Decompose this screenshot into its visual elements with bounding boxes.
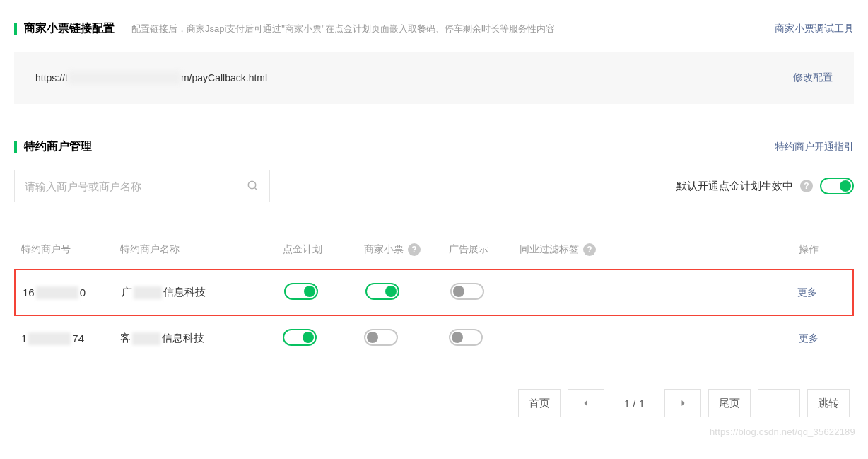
default-enable-switch[interactable]	[820, 178, 854, 194]
first-page-button[interactable]: 首页	[518, 389, 561, 417]
accent-bar	[14, 23, 17, 35]
ads-switch[interactable]	[449, 329, 483, 346]
th-merchant-name: 特约商户名称	[120, 243, 283, 256]
chevron-right-icon	[679, 399, 687, 407]
more-action-link[interactable]: 更多	[799, 332, 819, 344]
cell-merchant-id: 16 0	[23, 286, 122, 299]
search-row: 默认开通点金计划生效中 ?	[14, 170, 854, 202]
th-merchant-id: 特约商户号	[21, 243, 120, 256]
page-info: 1 / 1	[611, 397, 657, 409]
th-filter-tags: 同业过滤标签 ?	[520, 243, 661, 256]
masked-segment	[134, 286, 162, 299]
section1-title: 商家小票链接配置	[24, 21, 115, 36]
svg-line-1	[254, 187, 257, 190]
search-input[interactable]	[25, 180, 247, 192]
help-icon[interactable]: ?	[800, 180, 813, 192]
help-icon[interactable]: ?	[583, 243, 596, 256]
accent-bar	[14, 141, 17, 153]
section1-header: 商家小票链接配置 配置链接后，商家Jsapi支付后可通过"商家小票"在点金计划页…	[14, 21, 854, 36]
debug-tool-link[interactable]: 商家小票调试工具	[775, 23, 854, 35]
default-toggle-wrap: 默认开通点金计划生效中 ?	[676, 178, 854, 194]
page-jump-input[interactable]	[758, 389, 800, 417]
table-row: 16 0 广 信息科技 更多	[16, 270, 852, 315]
help-icon[interactable]: ?	[408, 243, 421, 256]
cell-merchant-id: 1 74	[21, 332, 120, 345]
last-page-button[interactable]: 尾页	[708, 389, 751, 417]
edit-config-link[interactable]: 修改配置	[793, 71, 833, 84]
receipt-switch[interactable]	[365, 283, 399, 300]
masked-domain	[68, 71, 181, 84]
cell-merchant-name: 广 信息科技	[122, 286, 284, 299]
watermark: https://blog.csdn.net/qq_35622189	[710, 426, 855, 437]
callback-config-box: https://t m/payCallback.html 修改配置	[14, 52, 854, 104]
masked-segment	[36, 286, 78, 299]
masked-segment	[132, 332, 160, 345]
cell-merchant-name: 客 信息科技	[120, 332, 283, 345]
section2-title: 特约商户管理	[24, 139, 92, 154]
chevron-left-icon	[582, 399, 590, 407]
gold-plan-switch[interactable]	[284, 283, 318, 300]
ads-switch[interactable]	[450, 283, 484, 300]
table-header-row: 特约商户号 特约商户名称 点金计划 商家小票 ? 广告展示 同业过滤标签 ? 操…	[14, 231, 854, 269]
default-toggle-label: 默认开通点金计划生效中	[676, 180, 793, 193]
jump-button[interactable]: 跳转	[807, 389, 850, 417]
next-page-button[interactable]	[664, 389, 701, 417]
section1-desc: 配置链接后，商家Jsapi支付后可通过"商家小票"在点金计划页面嵌入取餐码、停车…	[131, 23, 555, 35]
gold-plan-switch[interactable]	[283, 329, 317, 346]
th-action: 操作	[661, 243, 847, 256]
masked-segment	[28, 332, 71, 345]
section2-header: 特约商户管理 特约商户开通指引	[14, 139, 854, 154]
th-ads: 广告展示	[449, 243, 520, 256]
th-gold-plan: 点金计划	[283, 243, 364, 256]
search-icon	[247, 180, 259, 192]
prev-page-button[interactable]	[568, 389, 604, 417]
merchant-guide-link[interactable]: 特约商户开通指引	[775, 141, 854, 153]
search-box[interactable]	[14, 170, 270, 202]
table-row: 1 74 客 信息科技 更多	[14, 316, 854, 361]
more-action-link[interactable]: 更多	[797, 286, 817, 298]
pagination: 首页 1 / 1 尾页 跳转	[14, 389, 854, 417]
svg-point-0	[248, 181, 256, 189]
th-receipt: 商家小票 ?	[364, 243, 449, 256]
callback-url: https://t m/payCallback.html	[35, 71, 267, 84]
merchant-table: 特约商户号 特约商户名称 点金计划 商家小票 ? 广告展示 同业过滤标签 ? 操…	[14, 231, 854, 361]
highlighted-row-wrap: 16 0 广 信息科技 更多	[14, 269, 854, 316]
receipt-switch[interactable]	[364, 329, 398, 346]
